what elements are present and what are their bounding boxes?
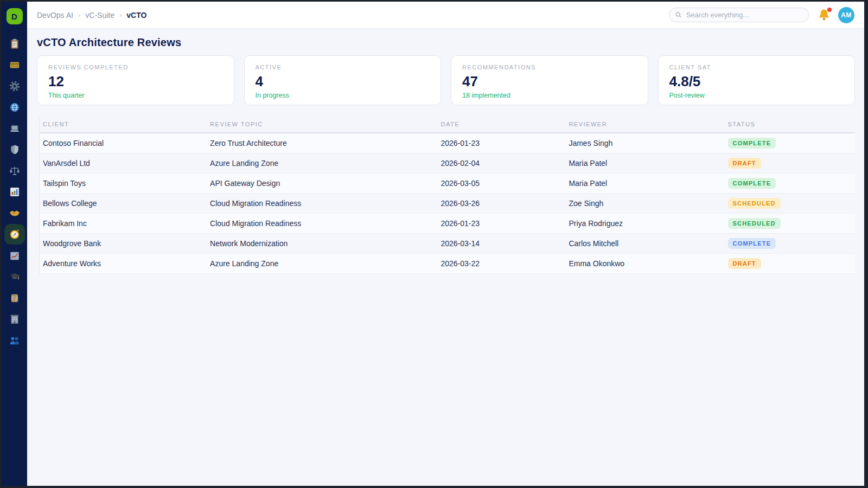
sidebar-item-vcto-active[interactable] xyxy=(4,224,25,245)
stat-label: CLIENT SAT xyxy=(669,64,844,70)
column-header-review-topic: REVIEW TOPIC xyxy=(207,117,437,133)
status-badge: SCHEDULED xyxy=(728,198,781,209)
cell-topic: Cloud Migration Readiness xyxy=(207,214,437,234)
cell-date: 2026-02-04 xyxy=(437,153,565,174)
stat-value: 4.8/5 xyxy=(669,73,844,90)
breadcrumb-devops-ai[interactable]: DevOps AI xyxy=(37,11,73,20)
sidebar-item-growth[interactable] xyxy=(4,245,25,266)
stat-subtext: This quarter xyxy=(48,92,223,99)
cell-client: Woodgrove Bank xyxy=(40,234,207,254)
sidebar-item-settings[interactable] xyxy=(4,75,25,97)
table-row[interactable]: Tailspin Toys API Gateway Design 2026-03… xyxy=(40,174,855,194)
sidebar-item-organization[interactable] xyxy=(4,309,25,330)
stat-card-reviews-completed: REVIEWS COMPLETED 12 This quarter xyxy=(37,55,234,105)
breadcrumb: DevOps AI › vC-Suite › vCTO xyxy=(37,11,146,20)
cell-topic: Azure Landing Zone xyxy=(207,153,437,174)
credit-card-icon xyxy=(9,59,21,71)
cell-client: Tailspin Toys xyxy=(40,174,207,194)
cell-client: Bellows College xyxy=(40,194,207,214)
cell-date: 2026-03-05 xyxy=(437,174,565,194)
shield-icon xyxy=(9,144,21,156)
cell-topic: Azure Landing Zone xyxy=(207,254,437,274)
app-logo[interactable]: D xyxy=(7,8,23,24)
table-row[interactable]: Fabrikam Inc Cloud Migration Readiness 2… xyxy=(40,214,855,234)
table-row[interactable]: Woodgrove Bank Network Modernization 202… xyxy=(40,234,855,254)
cell-reviewer: Maria Patel xyxy=(565,153,724,174)
sidebar-item-legal[interactable] xyxy=(4,160,25,181)
chart-up-icon xyxy=(9,250,21,262)
column-header-date: DATE xyxy=(437,117,565,133)
topbar: DevOps AI › vC-Suite › vCTO AM xyxy=(27,2,864,29)
people-icon xyxy=(9,335,21,346)
stat-card-client-sat: CLIENT SAT 4.8/5 Post-review xyxy=(658,55,856,105)
cell-reviewer: Zoe Singh xyxy=(565,194,724,214)
building-icon xyxy=(9,313,21,325)
breadcrumb-separator-icon: › xyxy=(78,11,80,19)
cell-date: 2026-01-23 xyxy=(437,214,565,234)
gear-icon xyxy=(9,80,21,92)
column-header-status: STATUS xyxy=(725,117,856,133)
cell-reviewer: Carlos Mitchell xyxy=(565,234,724,254)
cell-date: 2026-01-23 xyxy=(437,133,565,153)
reviews-table: CLIENT REVIEW TOPIC DATE REVIEWER STATUS… xyxy=(39,117,855,274)
cell-topic: Cloud Migration Readiness xyxy=(207,194,437,214)
avatar[interactable]: AM xyxy=(838,7,854,23)
status-badge: COMPLETE xyxy=(728,138,776,149)
compass-icon xyxy=(9,228,21,240)
stat-subtext: In progress xyxy=(256,92,430,99)
stat-subtext: Post-review xyxy=(669,92,844,99)
sidebar-item-contracts[interactable] xyxy=(4,287,25,309)
status-badge: COMPLETE xyxy=(728,238,776,249)
sidebar-item-clipboard[interactable] xyxy=(4,33,25,54)
column-header-client: CLIENT xyxy=(40,117,207,133)
stat-cards: REVIEWS COMPLETED 12 This quarter ACTIVE… xyxy=(37,55,855,105)
cell-client: Fabrikam Inc xyxy=(40,214,207,234)
sidebar-item-people[interactable] xyxy=(4,330,25,351)
table-row[interactable]: Bellows College Cloud Migration Readines… xyxy=(40,194,855,214)
cell-date: 2026-03-22 xyxy=(437,254,565,274)
main-content: vCTO Architecture Reviews REVIEWS COMPLE… xyxy=(27,29,864,486)
breadcrumb-vc-suite[interactable]: vC-Suite xyxy=(85,11,114,20)
scales-icon xyxy=(9,165,21,177)
cell-topic: Zero Trust Architecture xyxy=(207,133,437,153)
column-header-reviewer: REVIEWER xyxy=(565,117,724,133)
cell-client: Contoso Financial xyxy=(40,133,207,153)
scroll-icon xyxy=(9,292,21,304)
cell-reviewer: Priya Rodriguez xyxy=(565,214,724,234)
stat-label: RECOMMENDATIONS xyxy=(462,64,637,70)
stat-subtext: 18 implemented xyxy=(462,92,637,99)
stat-value: 4 xyxy=(256,73,430,90)
table-row[interactable]: Contoso Financial Zero Trust Architectur… xyxy=(40,133,855,153)
cell-reviewer: Maria Patel xyxy=(565,174,724,194)
notifications-button[interactable] xyxy=(818,8,831,22)
sidebar-item-credit-card[interactable] xyxy=(4,54,25,75)
clipboard-icon xyxy=(9,38,21,50)
status-badge: COMPLETE xyxy=(728,178,776,189)
sidebar-item-security[interactable] xyxy=(4,139,25,160)
laptop-icon xyxy=(9,123,21,134)
stat-value: 12 xyxy=(48,73,223,90)
cell-topic: Network Modernization xyxy=(207,234,437,254)
sidebar-item-global[interactable] xyxy=(4,97,25,118)
table-row[interactable]: Adventure Works Azure Landing Zone 2026-… xyxy=(40,254,855,274)
global-search xyxy=(669,8,809,22)
sidebar-item-analytics[interactable] xyxy=(4,181,25,202)
search-input[interactable] xyxy=(686,11,803,19)
status-badge: DRAFT xyxy=(728,258,761,269)
cell-reviewer: Emma Okonkwo xyxy=(565,254,724,274)
stat-label: ACTIVE xyxy=(256,64,430,70)
notification-dot xyxy=(827,8,832,12)
sidebar: D xyxy=(2,2,27,486)
sidebar-item-training[interactable] xyxy=(4,266,25,287)
status-badge: SCHEDULED xyxy=(728,218,781,229)
table-row[interactable]: VanArsdel Ltd Azure Landing Zone 2026-02… xyxy=(40,153,855,174)
sidebar-item-partnerships[interactable] xyxy=(4,202,25,223)
stat-card-active: ACTIVE 4 In progress xyxy=(244,55,442,105)
handshake-icon xyxy=(9,207,21,219)
stat-value: 47 xyxy=(462,73,637,90)
table-header-row: CLIENT REVIEW TOPIC DATE REVIEWER STATUS xyxy=(40,117,855,133)
stat-label: REVIEWS COMPLETED xyxy=(48,64,223,70)
cell-reviewer: James Singh xyxy=(565,133,724,153)
sidebar-item-workstation[interactable] xyxy=(4,118,25,139)
cell-date: 2026-03-14 xyxy=(437,234,565,254)
